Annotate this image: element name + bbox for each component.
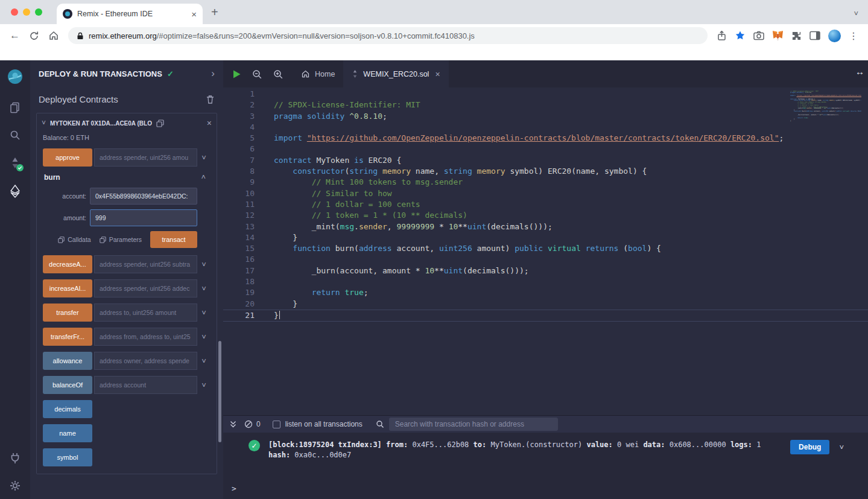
resize-horizontal-icon[interactable]: ↔ (855, 66, 864, 77)
new-tab-button[interactable]: + (211, 5, 218, 19)
transaction-log-row[interactable]: ✓ [block:18975204 txIndex:3] from: 0x4F5… (223, 433, 868, 460)
instance-expand-chevron-icon[interactable]: ˅ (42, 119, 46, 127)
tab-search-chevron-icon[interactable]: ˅ (854, 9, 858, 18)
remix-logo[interactable] (6, 68, 24, 86)
code-editor[interactable]: 12// SPDX-License-Identifier: MIT3pragma… (223, 87, 868, 415)
instance-header[interactable]: ˅ MYTOKEN AT 0X1DA...ACE0A (BLO × (42, 118, 212, 128)
expand-chevron-icon[interactable]: ˅ (197, 153, 211, 162)
terminal-search-icon (376, 420, 384, 428)
screenshot-extension-icon[interactable] (753, 31, 764, 40)
expand-chevron-icon[interactable]: ˅ (197, 308, 211, 317)
tab-home[interactable]: Home (293, 60, 343, 87)
expand-chevron-icon[interactable]: ˅ (197, 260, 211, 269)
parameters-button[interactable]: Parameters (100, 236, 142, 243)
tab-wemix-erc20[interactable]: WEMIX_ERC20.sol × (343, 60, 448, 87)
burn-account-input[interactable] (90, 188, 197, 205)
terminal-collapse-chevrons-icon[interactable] (229, 420, 237, 428)
code-lines: 12// SPDX-License-Identifier: MIT3pragma… (223, 89, 868, 322)
metamask-extension-icon[interactable] (772, 30, 784, 41)
transact-button[interactable]: transact (150, 231, 197, 248)
url-text: remix.ethereum.org/#optimize=false&runs=… (89, 31, 475, 40)
editor-minimap[interactable]: // SPDX-License-Identifier: MITpragma so… (790, 89, 861, 122)
function-args-input-increaseal[interactable] (94, 279, 197, 297)
function-args-input-balanceof[interactable] (94, 376, 197, 394)
terminal-prompt[interactable]: > (223, 484, 868, 499)
function-args-input-transferfr[interactable] (94, 328, 197, 346)
window-zoom-button[interactable] (35, 8, 42, 16)
window-close-button[interactable] (11, 8, 18, 16)
function-args-input-allowance[interactable] (94, 352, 197, 370)
line-number: 4 (223, 122, 264, 133)
listen-transactions-checkbox[interactable] (273, 421, 280, 428)
clear-console-ban-icon[interactable] (244, 420, 253, 428)
code-line: 20 } (223, 299, 868, 310)
home-button[interactable] (48, 30, 59, 41)
solidity-compiler-icon[interactable] (10, 157, 21, 169)
profile-avatar[interactable] (828, 30, 841, 42)
function-button-approve[interactable]: approve (43, 148, 92, 167)
plugin-manager-icon[interactable] (9, 452, 21, 464)
terminal-search-input[interactable] (389, 418, 558, 431)
reload-button[interactable] (29, 31, 39, 41)
function-button-symbol[interactable]: symbol (43, 448, 92, 466)
deployed-contracts-section: Deployed Contracts (30, 87, 223, 110)
terminal: 0 listen on all transactions ✓ [block:18… (223, 415, 868, 499)
side-panel-scrollbar[interactable] (218, 341, 221, 442)
tab-close-icon[interactable]: × (191, 10, 197, 19)
file-explorer-icon[interactable] (9, 101, 21, 113)
burn-function-label: burn (44, 173, 60, 182)
home-tab-icon (301, 69, 310, 78)
window-minimize-button[interactable] (23, 8, 30, 16)
browser-tab-title: Remix - Ethereum IDE (77, 10, 186, 18)
deployed-contracts-label: Deployed Contracts (39, 94, 118, 104)
back-button[interactable]: ← (10, 30, 20, 42)
browser-menu-kebab-icon[interactable]: ⋮ (849, 30, 858, 42)
icon-rail (0, 60, 30, 499)
calldata-button[interactable]: Calldata (58, 236, 91, 243)
function-button-increaseal[interactable]: increaseAl... (43, 279, 92, 297)
share-icon[interactable] (717, 30, 727, 41)
extensions-puzzle-icon[interactable] (791, 31, 802, 41)
settings-gear-icon[interactable] (9, 480, 21, 492)
debug-button[interactable]: Debug (790, 440, 829, 454)
function-row-name: name (43, 424, 211, 442)
run-script-play-icon[interactable] (232, 69, 241, 79)
copy-address-icon[interactable] (156, 119, 164, 127)
tab-close-icon[interactable]: × (435, 69, 440, 79)
function-button-allowance[interactable]: allowance (43, 352, 92, 370)
line-number: 6 (223, 144, 264, 154)
function-button-name[interactable]: name (43, 424, 92, 442)
instance-close-icon[interactable]: × (207, 118, 212, 128)
function-args-input-transfer[interactable] (94, 304, 197, 322)
function-button-transfer[interactable]: transfer (43, 304, 92, 322)
search-icon[interactable] (9, 129, 21, 141)
function-row-balanceof: balanceOf˅ (43, 376, 211, 394)
function-button-transferfr[interactable]: transferFr... (43, 328, 92, 346)
bookmark-star-icon[interactable] (735, 30, 746, 41)
clear-instances-trash-icon[interactable] (206, 95, 215, 104)
expand-chevron-icon[interactable]: ˅ (197, 332, 211, 342)
function-button-decimals[interactable]: decimals (43, 400, 92, 418)
expand-chevron-icon[interactable]: ˅ (197, 284, 211, 293)
function-button-decreasea[interactable]: decreaseA... (43, 255, 92, 273)
function-args-input-approve[interactable] (94, 148, 197, 167)
deploy-run-icon[interactable] (10, 185, 21, 198)
expand-chevron-icon[interactable]: ˅ (197, 381, 211, 390)
expand-log-chevron-icon[interactable]: ˅ (839, 443, 844, 452)
function-button-balanceof[interactable]: balanceOf (43, 376, 92, 394)
collapse-burn-chevron-icon[interactable]: ˄ (201, 173, 206, 182)
browser-tab[interactable]: Remix - Ethereum IDE × (57, 4, 203, 24)
panel-collapse-chevron-icon[interactable]: › (211, 68, 215, 80)
function-args-input-decreasea[interactable] (94, 255, 197, 273)
address-bar[interactable]: remix.ethereum.org/#optimize=false&runs=… (68, 27, 708, 44)
code-line: 1 (223, 89, 868, 100)
side-panel-icon[interactable] (809, 31, 820, 40)
zoom-out-icon[interactable] (252, 69, 262, 80)
line-number: 8 (223, 166, 264, 177)
burn-amount-input[interactable] (90, 209, 197, 226)
lock-icon[interactable] (77, 32, 84, 40)
line-number: 18 (223, 276, 264, 287)
expand-chevron-icon[interactable]: ˅ (197, 357, 211, 366)
browser-toolbar: ← remix.ethereum.org/#optimize=false&run… (0, 24, 868, 47)
zoom-in-icon[interactable] (273, 69, 284, 80)
